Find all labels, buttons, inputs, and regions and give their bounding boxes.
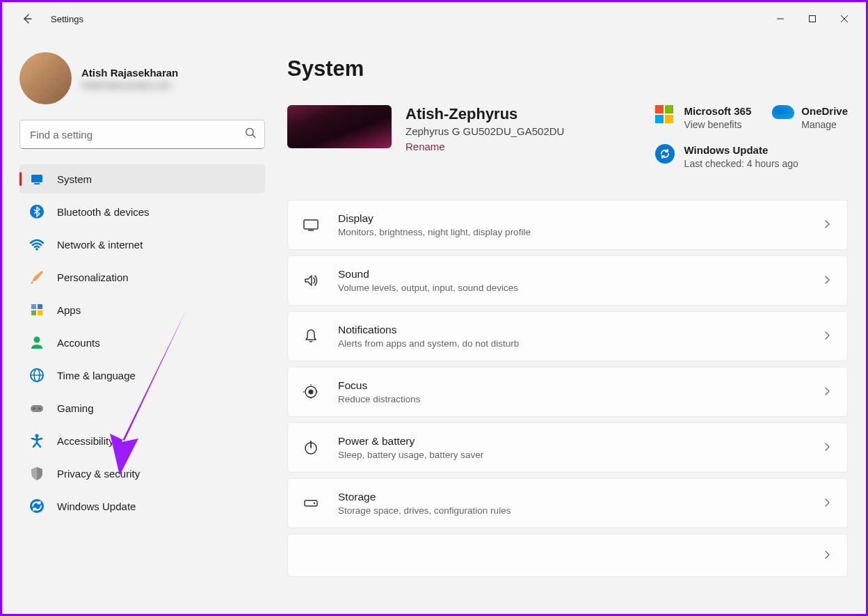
device-info: Atish-Zephyrus Zephyrus G GU502DU_GA502D… xyxy=(405,105,564,153)
tile-microsoft-365[interactable]: Microsoft 365 View benefits xyxy=(655,105,752,130)
sidebar-item-apps[interactable]: Apps xyxy=(19,295,265,324)
nav-label: Privacy & security xyxy=(57,468,140,480)
bell-icon xyxy=(302,327,320,345)
accessibility-icon xyxy=(29,433,45,448)
sidebar-item-globe[interactable]: Time & language xyxy=(19,361,265,390)
svg-line-5 xyxy=(252,135,255,138)
app-title: Settings xyxy=(51,14,83,24)
user-block[interactable]: Atish Rajasekharan hidden@example.com xyxy=(19,52,265,104)
sidebar-item-brush[interactable]: Personalization xyxy=(19,262,265,292)
svg-rect-18 xyxy=(31,405,43,412)
minimize-icon xyxy=(776,15,785,23)
maximize-icon xyxy=(808,15,817,23)
nav-label: Network & internet xyxy=(57,239,143,251)
card-item[interactable] xyxy=(287,534,848,577)
sound-icon xyxy=(302,271,320,290)
minimize-button[interactable] xyxy=(764,5,796,33)
tile-windows-update[interactable]: Windows Update Last checked: 4 hours ago xyxy=(655,144,848,169)
svg-point-14 xyxy=(34,337,40,343)
main-content: System Atish-Zephyrus Zephyrus G GU502DU… xyxy=(273,35,866,614)
search-box xyxy=(19,120,265,149)
page-title: System xyxy=(287,56,848,81)
sidebar-item-person[interactable]: Accounts xyxy=(19,328,265,357)
svg-rect-10 xyxy=(31,304,36,309)
avatar xyxy=(19,52,72,104)
blank-icon xyxy=(302,546,320,564)
svg-rect-6 xyxy=(31,175,42,182)
card-sub: Volume levels, output, input, sound devi… xyxy=(338,283,804,293)
windows-update-icon xyxy=(655,144,675,164)
shield-icon xyxy=(29,466,45,481)
power-icon xyxy=(302,439,320,457)
nav-label: Bluetooth & devices xyxy=(57,206,150,218)
svg-point-26 xyxy=(309,390,314,395)
card-focus[interactable]: FocusReduce distractions xyxy=(287,367,848,417)
svg-point-9 xyxy=(35,248,38,251)
settings-cards: DisplayMonitors, brightness, night light… xyxy=(287,200,848,577)
chevron-right-icon xyxy=(822,442,833,453)
desktop-thumbnail xyxy=(287,105,392,148)
card-title: Sound xyxy=(338,268,804,281)
user-name: Atish Rajasekharan xyxy=(81,67,265,79)
sidebar-item-system[interactable]: System xyxy=(19,164,265,194)
nav-label: System xyxy=(57,173,92,185)
card-sub: Monitors, brightness, night light, displ… xyxy=(338,227,804,237)
sidebar-item-update[interactable]: Windows Update xyxy=(19,491,265,521)
svg-rect-7 xyxy=(34,183,40,184)
card-display[interactable]: DisplayMonitors, brightness, night light… xyxy=(287,200,848,250)
nav-label: Time & language xyxy=(57,370,136,381)
hero-tiles: Microsoft 365 View benefits OneDrive Man… xyxy=(655,105,848,169)
sidebar-item-gamepad[interactable]: Gaming xyxy=(19,393,265,422)
rename-link[interactable]: Rename xyxy=(405,141,445,152)
search-icon xyxy=(245,127,257,142)
back-button[interactable] xyxy=(15,6,40,31)
maximize-button[interactable] xyxy=(796,5,828,33)
svg-rect-11 xyxy=(38,304,42,309)
chevron-right-icon xyxy=(822,386,833,397)
tile-title: Microsoft 365 xyxy=(684,105,752,117)
focus-icon xyxy=(302,383,320,401)
device-block: Atish-Zephyrus Zephyrus G GU502DU_GA502D… xyxy=(287,105,564,169)
arrow-left-icon xyxy=(22,13,33,24)
card-sub: Sleep, battery usage, battery saver xyxy=(338,450,804,460)
card-storage[interactable]: StorageStorage space, drives, configurat… xyxy=(287,478,848,528)
svg-rect-23 xyxy=(304,220,318,229)
sidebar-item-wifi[interactable]: Network & internet xyxy=(19,230,265,259)
close-button[interactable] xyxy=(828,5,860,33)
hero-section: Atish-Zephyrus Zephyrus G GU502DU_GA502D… xyxy=(287,105,848,169)
card-sub: Alerts from apps and system, do not dist… xyxy=(338,338,804,349)
close-icon xyxy=(840,15,849,23)
tile-onedrive[interactable]: OneDrive Manage xyxy=(772,105,848,130)
sidebar: Atish Rajasekharan hidden@example.com Sy… xyxy=(2,35,273,614)
user-info: Atish Rajasekharan hidden@example.com xyxy=(81,67,265,90)
card-power[interactable]: Power & batterySleep, battery usage, bat… xyxy=(287,422,848,473)
nav-label: Personalization xyxy=(57,271,129,283)
svg-point-19 xyxy=(33,408,35,410)
update-icon xyxy=(29,498,45,514)
chevron-right-icon xyxy=(822,498,833,509)
card-bell[interactable]: NotificationsAlerts from apps and system… xyxy=(287,311,848,361)
tile-sub: Manage xyxy=(801,119,848,130)
tile-title: OneDrive xyxy=(801,105,848,117)
chevron-right-icon xyxy=(822,219,833,230)
storage-icon xyxy=(302,494,320,512)
chevron-right-icon xyxy=(822,275,833,286)
card-sound[interactable]: SoundVolume levels, output, input, sound… xyxy=(287,255,848,306)
sidebar-item-accessibility[interactable]: Accessibility xyxy=(19,426,265,455)
svg-rect-1 xyxy=(810,16,816,22)
onedrive-icon xyxy=(772,105,791,125)
display-icon xyxy=(302,216,320,234)
person-icon xyxy=(29,335,45,350)
wifi-icon xyxy=(29,237,45,252)
nav-label: Gaming xyxy=(57,402,94,414)
svg-rect-12 xyxy=(31,310,36,315)
sidebar-item-shield[interactable]: Privacy & security xyxy=(19,459,265,488)
window-controls xyxy=(764,5,860,33)
search-input[interactable] xyxy=(19,120,265,149)
brush-icon xyxy=(29,269,45,285)
card-title: Notifications xyxy=(338,324,804,336)
card-title: Focus xyxy=(338,379,804,392)
sidebar-item-bluetooth[interactable]: Bluetooth & devices xyxy=(19,197,265,226)
card-title: Power & battery xyxy=(338,435,804,448)
bluetooth-icon xyxy=(29,204,45,219)
